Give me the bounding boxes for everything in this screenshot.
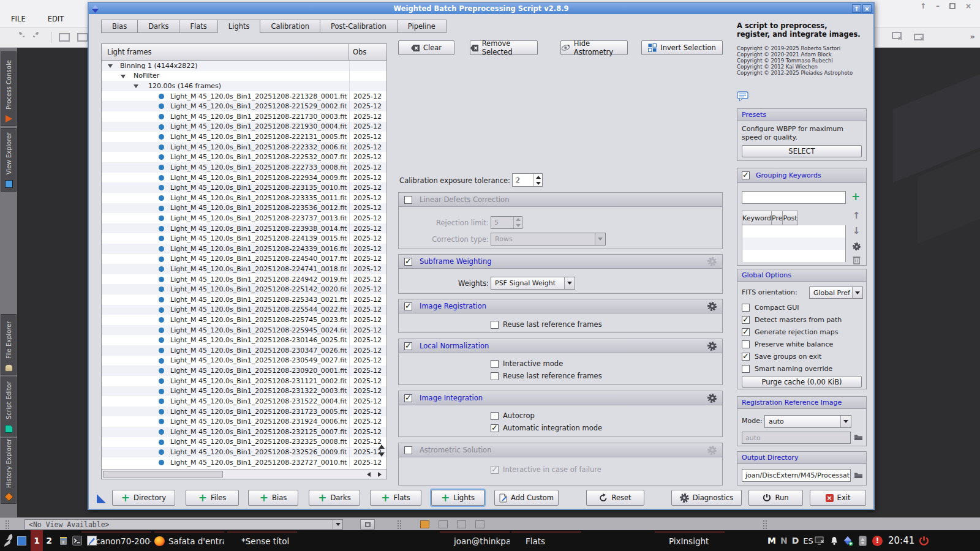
file-tree-row[interactable]: Light_M 45_120.0s_Bin1_20251208-224139_0…	[102, 233, 386, 244]
row-icon[interactable]	[159, 368, 164, 373]
workspace-thumb-active[interactable]	[420, 520, 429, 528]
keyword-column-header[interactable]: Keyword	[742, 211, 772, 225]
shade-icon[interactable]: ↑	[852, 4, 861, 13]
file-tree-row[interactable]: Light_M 45_120.0s_Bin1_20251208-222934_0…	[102, 173, 386, 183]
interactive-mode-checkbox[interactable]	[491, 360, 499, 368]
file-tree-row[interactable]: Light_M 45_120.0s_Bin1_20251208-225343_0…	[102, 294, 386, 305]
row-icon[interactable]	[159, 297, 164, 302]
keyword-table-body[interactable]	[742, 225, 846, 262]
row-icon[interactable]	[159, 460, 164, 465]
workspace-thumb[interactable]	[475, 520, 484, 528]
horizontal-scrollbar[interactable]	[102, 469, 386, 479]
file-tree-row[interactable]: Light_M 45_120.0s_Bin1_20251208-230146_0…	[102, 335, 386, 345]
vertical-scroll-arrows[interactable]	[378, 444, 385, 457]
row-icon[interactable]	[159, 307, 164, 313]
row-icon[interactable]	[159, 134, 164, 140]
scroll-up-icon[interactable]	[379, 444, 385, 449]
alert-tray-icon[interactable]: !	[872, 530, 883, 551]
gear-icon[interactable]	[853, 242, 861, 250]
remove-selected-button[interactable]: Remove Selected	[470, 40, 538, 55]
reset-button[interactable]: Reset	[586, 490, 644, 506]
file-tree-row[interactable]: Light_M 45_120.0s_Bin1_20251208-222131_0…	[102, 132, 386, 142]
option-checkbox[interactable]	[742, 316, 750, 324]
local-normalization-checkbox[interactable]	[404, 342, 412, 350]
toolbar-icon[interactable]	[77, 33, 88, 42]
dock-tab[interactable]: Script Editor	[1, 377, 17, 437]
file-tree-row[interactable]: Light_M 45_120.0s_Bin1_20251208-224339_0…	[102, 244, 386, 254]
row-icon[interactable]	[159, 124, 164, 130]
file-tree-row[interactable]: Light_M 45_120.0s_Bin1_20251208-225945_0…	[102, 325, 386, 335]
subframe-weighting-checkbox[interactable]	[404, 258, 412, 266]
row-icon[interactable]	[108, 64, 113, 68]
row-icon[interactable]	[159, 287, 164, 292]
option-checkbox[interactable]	[742, 365, 750, 373]
row-icon[interactable]	[121, 75, 126, 78]
column-header-light-frames[interactable]: Light frames	[102, 44, 349, 60]
select-preset-button[interactable]: SELECT	[742, 145, 862, 157]
file-tree-row[interactable]: Light_M 45_120.0s_Bin1_20251208-231121_0…	[102, 376, 386, 386]
option-checkbox[interactable]	[742, 328, 750, 336]
row-icon[interactable]	[159, 317, 164, 323]
undo-icon[interactable]	[15, 32, 27, 43]
file-tree-row[interactable]: Light_M 45_120.0s_Bin1_20251208-221328_0…	[102, 91, 386, 102]
row-icon[interactable]	[159, 226, 164, 231]
tray-indicator[interactable]: N	[780, 536, 788, 545]
dock-tab[interactable]: Process Console	[1, 51, 17, 126]
menu-item[interactable]: EDIT	[48, 15, 64, 23]
reuse-reference-checkbox[interactable]	[491, 321, 499, 329]
output-directory-input[interactable]: joan/DiscExtern/M45/Processat	[742, 469, 851, 482]
file-tree-row[interactable]: 120.00s (146 frames)	[102, 81, 386, 91]
file-tree-row[interactable]: Light_M 45_120.0s_Bin1_20251208-223938_0…	[102, 223, 386, 234]
add-directory-button[interactable]: +Directory	[112, 490, 175, 506]
file-tree-row[interactable]: Light_M 45_120.0s_Bin1_20251208-231723_0…	[102, 407, 386, 417]
file-tree-row[interactable]: Light_M 45_120.0s_Bin1_20251208-231522_0…	[102, 396, 386, 407]
option-checkbox[interactable]	[742, 304, 750, 312]
rename-view-icon[interactable]	[59, 33, 70, 42]
gear-icon[interactable]	[707, 394, 717, 403]
file-tree-row[interactable]: Light_M 45_120.0s_Bin1_20251208-222332_0…	[102, 142, 386, 152]
row-icon[interactable]	[159, 429, 164, 435]
gear-icon[interactable]	[707, 342, 717, 351]
mode-dropdown[interactable]: auto	[764, 415, 851, 428]
file-tree-row[interactable]: Light_M 45_120.0s_Bin1_20251208-225745_0…	[102, 315, 386, 325]
spin-up-icon[interactable]	[534, 174, 542, 180]
option-checkbox[interactable]	[742, 340, 750, 348]
option-checkbox[interactable]	[742, 353, 750, 361]
pixinsight-updates-icon[interactable]	[843, 530, 853, 551]
file-tree-row[interactable]: NoFilter	[102, 71, 386, 81]
row-icon[interactable]	[159, 378, 164, 384]
row-icon[interactable]	[159, 216, 164, 221]
drag-handle[interactable]	[397, 520, 402, 529]
row-icon[interactable]	[159, 337, 164, 343]
trash-icon[interactable]	[853, 255, 861, 264]
note-icon[interactable]	[737, 91, 750, 102]
minimize-icon[interactable]: –	[936, 2, 940, 10]
reuse-reference-checkbox[interactable]	[491, 372, 499, 380]
tray-indicator[interactable]: M	[767, 536, 776, 545]
invert-selection-button[interactable]: Invert Selection	[641, 40, 723, 55]
taskbar-window-button[interactable]: Flats	[511, 531, 581, 550]
row-icon[interactable]	[159, 246, 164, 252]
clear-button[interactable]: Clear	[398, 40, 454, 55]
run-button[interactable]: Run	[748, 490, 803, 506]
tab[interactable]: Calibration	[260, 20, 320, 33]
close-workspace-icon[interactable]	[892, 32, 904, 43]
row-icon[interactable]	[159, 440, 164, 445]
row-icon[interactable]	[159, 175, 164, 181]
gear-icon[interactable]	[707, 302, 717, 311]
menu-item[interactable]: FILE	[11, 15, 26, 23]
restore-icon[interactable]	[949, 3, 956, 9]
row-icon[interactable]	[159, 266, 164, 272]
add-keyword-icon[interactable]: +	[851, 193, 860, 201]
row-icon[interactable]	[159, 449, 164, 455]
tray-indicator[interactable]: D	[792, 536, 799, 545]
tab[interactable]: Flats	[179, 20, 217, 33]
redo-icon[interactable]	[33, 32, 45, 43]
file-tree-row[interactable]: Light_M 45_120.0s_Bin1_20251208-221930_0…	[102, 122, 386, 132]
row-icon[interactable]	[159, 389, 164, 394]
row-icon[interactable]	[159, 103, 164, 109]
calibration-tolerance-spinner[interactable]: 2	[512, 173, 543, 187]
add-flats-button[interactable]: +Flats	[370, 490, 421, 506]
close-icon[interactable]: ×	[862, 4, 872, 13]
notification-bell-icon[interactable]	[830, 530, 839, 551]
